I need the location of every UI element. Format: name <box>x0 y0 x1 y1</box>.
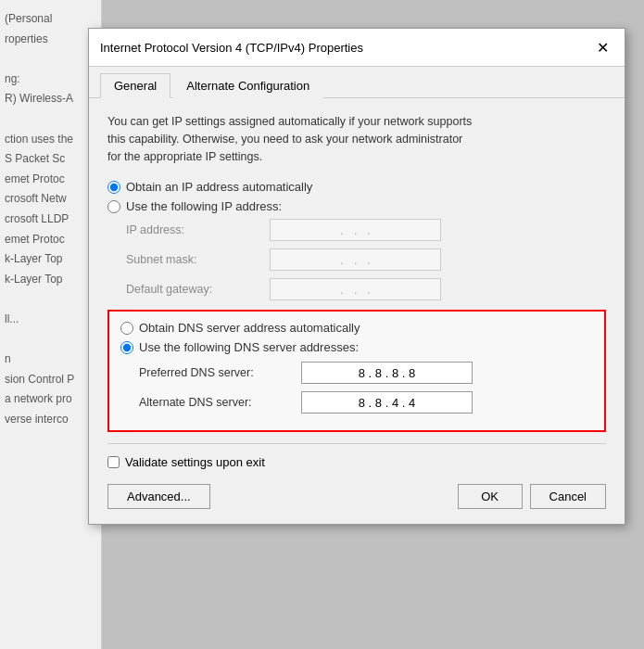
tab-general[interactable]: General <box>100 73 170 98</box>
title-bar: Internet Protocol Version 4 (TCP/IPv4) P… <box>89 29 625 67</box>
ip-address-section: Obtain an IP address automatically Use t… <box>107 180 606 300</box>
ip-address-row: IP address: . . . <box>126 219 606 241</box>
default-gateway-input[interactable]: . . . <box>270 278 441 300</box>
validate-row: Validate settings upon exit <box>107 455 606 469</box>
cancel-button[interactable]: Cancel <box>530 484 606 509</box>
alternate-dns-value: 8 . 8 . 4 . 4 <box>359 396 415 410</box>
tabs-bar: General Alternate Configuration <box>89 67 625 98</box>
subnet-mask-label: Subnet mask: <box>126 253 270 266</box>
auto-ip-label: Obtain an IP address automatically <box>126 180 312 194</box>
subnet-mask-row: Subnet mask: . . . <box>126 248 606 271</box>
alternate-dns-row: Alternate DNS server: 8 . 8 . 4 . 4 <box>139 391 593 414</box>
alternate-dns-label: Alternate DNS server: <box>139 396 301 409</box>
alternate-dns-input[interactable]: 8 . 8 . 4 . 4 <box>301 391 473 414</box>
radio-manual-dns[interactable]: Use the following DNS server addresses: <box>120 340 593 354</box>
radio-auto-dns-input[interactable] <box>120 322 133 335</box>
radio-manual-ip-input[interactable] <box>107 200 120 213</box>
dialog-title: Internet Protocol Version 4 (TCP/IPv4) P… <box>100 41 363 55</box>
background-text: (Personalropertiesng:R) Wireless-Action … <box>0 0 101 439</box>
ok-button[interactable]: OK <box>458 484 523 509</box>
validate-checkbox[interactable] <box>107 456 120 468</box>
advanced-button[interactable]: Advanced... <box>107 484 210 509</box>
validate-label: Validate settings upon exit <box>125 455 265 469</box>
preferred-dns-value: 8 . 8 . 8 . 8 <box>359 366 415 380</box>
dialog-window: Internet Protocol Version 4 (TCP/IPv4) P… <box>88 28 625 525</box>
description-text: You can get IP settings assigned automat… <box>107 113 606 165</box>
radio-auto-dns[interactable]: Obtain DNS server address automatically <box>120 321 593 335</box>
separator <box>107 443 606 444</box>
manual-ip-label: Use the following IP address: <box>126 199 282 213</box>
tab-alternate-configuration[interactable]: Alternate Configuration <box>172 73 323 98</box>
dns-highlight-section: Obtain DNS server address automatically … <box>107 310 606 432</box>
default-gateway-label: Default gateway: <box>126 283 270 296</box>
background-panel: (Personalropertiesng:R) Wireless-Action … <box>0 0 102 649</box>
dns-fields: Preferred DNS server: 8 . 8 . 8 . 8 Alte… <box>139 362 593 414</box>
auto-dns-label: Obtain DNS server address automatically <box>139 321 360 335</box>
ip-fields: IP address: . . . Subnet mask: . . . Def… <box>126 219 606 300</box>
manual-dns-label: Use the following DNS server addresses: <box>139 340 359 354</box>
button-row: Advanced... OK Cancel <box>107 484 606 509</box>
close-button[interactable]: ✕ <box>591 36 613 58</box>
radio-manual-ip[interactable]: Use the following IP address: <box>107 199 606 213</box>
default-gateway-row: Default gateway: . . . <box>126 278 606 300</box>
ip-address-input[interactable]: . . . <box>270 219 441 241</box>
preferred-dns-input[interactable]: 8 . 8 . 8 . 8 <box>301 362 473 384</box>
dialog-content: You can get IP settings assigned automat… <box>89 98 625 524</box>
preferred-dns-row: Preferred DNS server: 8 . 8 . 8 . 8 <box>139 362 593 384</box>
radio-auto-ip-input[interactable] <box>107 181 120 194</box>
subnet-mask-input[interactable]: . . . <box>270 248 441 271</box>
ip-address-label: IP address: <box>126 223 270 236</box>
radio-manual-dns-input[interactable] <box>120 341 133 354</box>
radio-auto-ip[interactable]: Obtain an IP address automatically <box>107 180 606 194</box>
preferred-dns-label: Preferred DNS server: <box>139 366 301 379</box>
